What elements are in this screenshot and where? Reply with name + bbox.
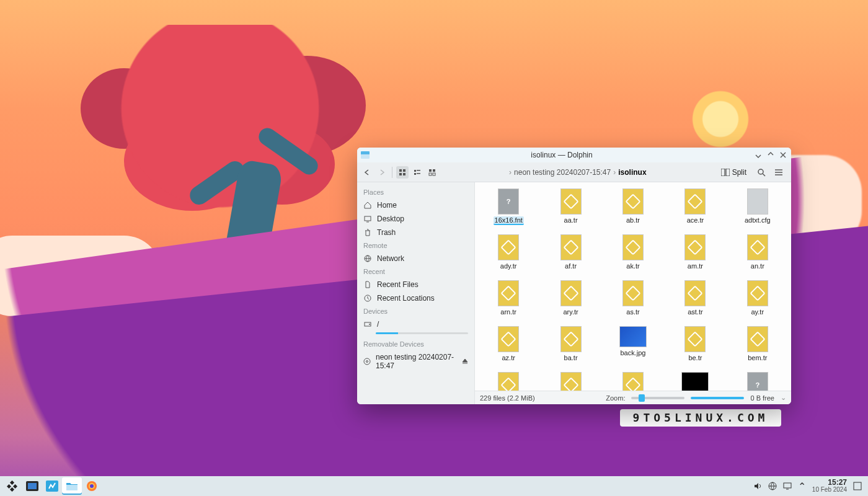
sidebar-item-label: Trash [377,228,396,237]
sidebar-item-trash[interactable]: Trash [357,226,474,239]
file-item[interactable]: ace.tr [668,188,722,234]
eject-icon[interactable] [462,358,468,365]
file-item[interactable]: aa.tr [544,188,598,234]
svg-rect-13 [726,169,730,176]
clock-date: 10 Feb 2024 [812,487,847,494]
show-desktop-button[interactable] [853,482,862,490]
file-item[interactable]: bem.tr [730,326,785,372]
chevron-down-icon[interactable]: ⌄ [781,394,786,402]
file-grid[interactable]: 16x16.fntaa.trab.trace.tradtxt.cfgady.tr… [475,182,791,391]
tray-expand-icon[interactable]: ⌃ [798,480,806,492]
network-tray-icon[interactable] [768,482,777,490]
file-item[interactable] [668,372,722,391]
network-icon [363,254,372,263]
file-item[interactable]: ay.tr [730,280,785,326]
svg-rect-35 [854,482,861,490]
breadcrumb-current[interactable]: isolinux [618,168,646,177]
file-name: ba.tr [564,354,578,361]
svg-point-20 [364,358,370,365]
breadcrumb-parent[interactable]: neon testing 20240207-15:47 [514,168,611,177]
file-item[interactable]: as.tr [606,280,660,326]
file-item[interactable]: ba.tr [544,326,598,372]
forward-button[interactable] [376,166,388,179]
task-firefox[interactable] [82,477,102,495]
sidebar-item-home[interactable]: Home [357,198,474,212]
home-icon [363,201,372,210]
search-button[interactable] [755,166,768,179]
file-name: az.tr [502,354,515,361]
task-discover[interactable] [42,477,62,495]
breadcrumb[interactable]: › neon testing 20240207-15:47 › isolinux [441,168,715,177]
file-item[interactable]: ab.tr [606,188,660,234]
file-item[interactable]: be.tr [668,326,722,372]
svg-point-32 [90,484,94,488]
details-view-button[interactable] [426,166,438,179]
compact-view-button[interactable] [411,166,423,179]
sidebar-item-recent-files[interactable]: Recent Files [357,278,474,291]
toolbar: › neon testing 20240207-15:47 › isolinux… [357,162,791,182]
file-item[interactable] [606,372,660,391]
display-tray-icon[interactable] [783,482,792,490]
file-item[interactable]: af.tr [544,234,598,280]
app-launcher-button[interactable] [2,477,22,495]
file-name: ak.tr [626,262,639,270]
maximize-icon[interactable] [766,151,775,159]
file-item[interactable]: adtxt.cfg [730,188,785,234]
file-thumb-epub [560,234,582,260]
file-item[interactable]: arn.tr [481,280,536,326]
close-icon[interactable] [779,151,787,159]
back-button[interactable] [361,166,373,179]
chevron-right-icon: › [509,168,512,177]
sidebar-item-removable[interactable]: neon testing 20240207-15:47 [357,350,474,373]
svg-rect-7 [417,173,420,174]
file-item[interactable]: ary.tr [544,280,598,326]
sidebar-item-desktop[interactable]: Desktop [357,212,474,226]
minimize-icon[interactable] [754,151,763,159]
removable-header: Removable Devices [357,338,474,350]
task-system-monitor[interactable] [22,477,42,495]
trash-icon [363,228,372,237]
file-thumb-epub [747,326,768,352]
window-titlebar[interactable]: isolinux — Dolphin [357,148,791,162]
sidebar-item-label: / [377,320,379,329]
file-item[interactable]: an.tr [730,234,785,280]
file-item[interactable]: ak.tr [606,234,660,280]
file-view: 16x16.fntaa.trab.trace.tradtxt.cfgady.tr… [475,182,791,404]
file-item[interactable] [481,372,536,391]
task-dolphin[interactable] [62,477,82,495]
file-item[interactable]: 16x16.fnt [481,188,536,234]
file-thumb-cfg [747,188,768,215]
clock[interactable]: 15:27 10 Feb 2024 [812,479,847,493]
file-item[interactable] [544,372,598,391]
desktop-icon [363,215,372,223]
file-item[interactable]: az.tr [481,326,536,372]
file-name: bem.tr [748,354,767,361]
sidebar-item-network[interactable]: Network [357,252,474,265]
sidebar-item-label: Recent Locations [377,294,435,303]
menu-button[interactable] [773,166,785,179]
sidebar-item-root[interactable]: / [357,317,474,331]
file-name: aa.tr [564,216,578,224]
svg-rect-22 [10,480,14,485]
zoom-slider[interactable] [631,397,684,399]
svg-point-21 [366,361,368,363]
file-name: ast.tr [688,308,702,316]
file-item[interactable]: ady.tr [481,234,536,280]
file-thumb-epub [684,326,706,352]
disc-icon [363,357,371,366]
split-button[interactable]: Split [717,167,750,178]
file-thumb-epub [498,372,519,391]
file-thumb-epub [622,188,644,215]
file-item[interactable]: ast.tr [668,280,722,326]
file-thumb-epub [560,326,582,352]
sidebar-item-recent-locations[interactable]: Recent Locations [357,291,474,305]
file-item[interactable]: back.jpg [606,326,660,372]
svg-rect-12 [721,169,725,176]
icon-view-button[interactable] [396,166,409,179]
clock-icon [363,294,372,303]
svg-rect-6 [414,173,416,175]
volume-icon[interactable] [753,482,762,490]
file-item[interactable]: am.tr [668,234,722,280]
file-item[interactable] [730,372,785,391]
chevron-right-icon: › [613,168,616,177]
